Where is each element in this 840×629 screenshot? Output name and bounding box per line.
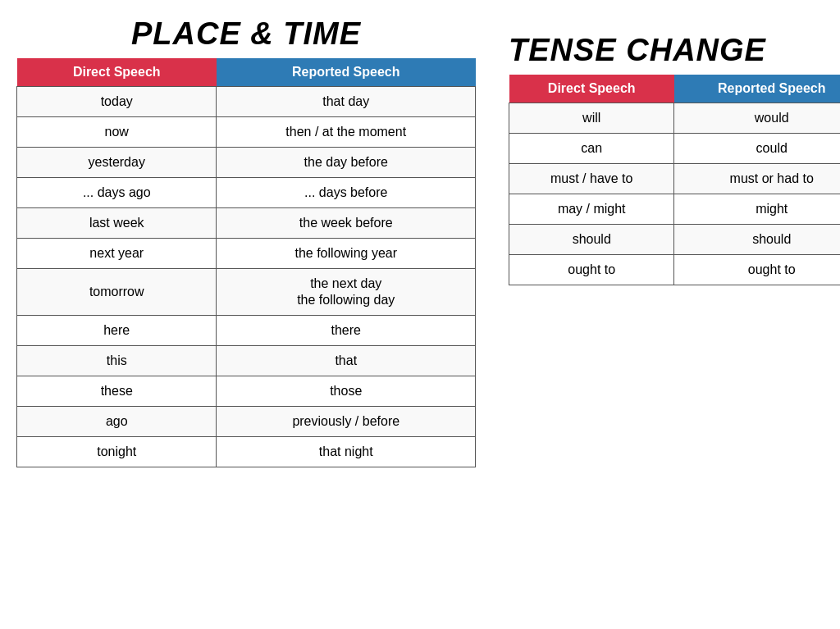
place-time-header-direct: Direct Speech — [17, 58, 217, 87]
table-row: may / mightmight — [509, 194, 841, 225]
table-row: next yearthe following year — [17, 239, 476, 269]
table-row: tonightthat night — [17, 437, 476, 467]
tense-header-reported: Reported Speech — [674, 75, 840, 103]
table-row: shouldshould — [509, 225, 841, 255]
place-time-header-reported: Reported Speech — [217, 58, 476, 87]
table-row: cancould — [509, 134, 841, 164]
place-time-reported-cell: the next daythe following day — [217, 269, 476, 316]
right-section: TENSE CHANGE Direct Speech Reported Spee… — [509, 33, 840, 285]
tense-change-title: TENSE CHANGE — [509, 33, 766, 68]
table-row: thesethose — [17, 376, 476, 407]
place-time-table: Direct Speech Reported Speech todaythat … — [16, 58, 476, 467]
tense-reported-cell: should — [674, 225, 840, 255]
place-time-title: PLACE & TIME — [131, 16, 361, 52]
table-row: todaythat day — [17, 87, 476, 117]
place-time-direct-cell: tomorrow — [17, 269, 217, 316]
table-row: yesterdaythe day before — [17, 148, 476, 178]
tense-direct-cell: may / might — [509, 194, 674, 225]
table-row: herethere — [17, 316, 476, 346]
place-time-direct-cell: these — [17, 376, 217, 407]
tense-reported-cell: ought to — [674, 255, 840, 285]
page-wrapper: PLACE & TIME Direct Speech Reported Spee… — [16, 16, 824, 467]
place-time-reported-cell: that night — [217, 437, 476, 467]
place-time-reported-cell: the week before — [217, 208, 476, 239]
tense-direct-cell: ought to — [509, 255, 674, 285]
tense-reported-cell: must or had to — [674, 164, 840, 194]
place-time-direct-cell: next year — [17, 239, 217, 269]
left-section: PLACE & TIME Direct Speech Reported Spee… — [16, 16, 476, 467]
table-row: must / have tomust or had to — [509, 164, 841, 194]
tense-direct-cell: must / have to — [509, 164, 674, 194]
place-time-reported-cell: previously / before — [217, 407, 476, 437]
table-row: last weekthe week before — [17, 208, 476, 239]
table-row: willwould — [509, 103, 841, 134]
place-time-direct-cell: ago — [17, 407, 217, 437]
table-row: nowthen / at the moment — [17, 117, 476, 148]
tense-reported-cell: could — [674, 134, 840, 164]
table-row: thisthat — [17, 346, 476, 376]
place-time-reported-cell: there — [217, 316, 476, 346]
table-row: ... days ago... days before — [17, 178, 476, 208]
place-time-reported-cell: ... days before — [217, 178, 476, 208]
place-time-reported-cell: the day before — [217, 148, 476, 178]
place-time-direct-cell: yesterday — [17, 148, 217, 178]
place-time-reported-cell: those — [217, 376, 476, 407]
tense-reported-cell: might — [674, 194, 840, 225]
table-row: ought toought to — [509, 255, 841, 285]
place-time-reported-cell: that day — [217, 87, 476, 117]
place-time-direct-cell: today — [17, 87, 217, 117]
place-time-direct-cell: here — [17, 316, 217, 346]
tense-reported-cell: would — [674, 103, 840, 134]
table-row: tomorrowthe next daythe following day — [17, 269, 476, 316]
tense-direct-cell: should — [509, 225, 674, 255]
tense-direct-cell: can — [509, 134, 674, 164]
place-time-direct-cell: last week — [17, 208, 217, 239]
place-time-direct-cell: this — [17, 346, 217, 376]
place-time-direct-cell: tonight — [17, 437, 217, 467]
place-time-direct-cell: now — [17, 117, 217, 148]
table-row: agopreviously / before — [17, 407, 476, 437]
place-time-reported-cell: then / at the moment — [217, 117, 476, 148]
place-time-direct-cell: ... days ago — [17, 178, 217, 208]
tense-header-direct: Direct Speech — [509, 75, 674, 103]
tense-change-table: Direct Speech Reported Speech willwouldc… — [509, 75, 840, 285]
place-time-reported-cell: that — [217, 346, 476, 376]
place-time-reported-cell: the following year — [217, 239, 476, 269]
tense-direct-cell: will — [509, 103, 674, 134]
